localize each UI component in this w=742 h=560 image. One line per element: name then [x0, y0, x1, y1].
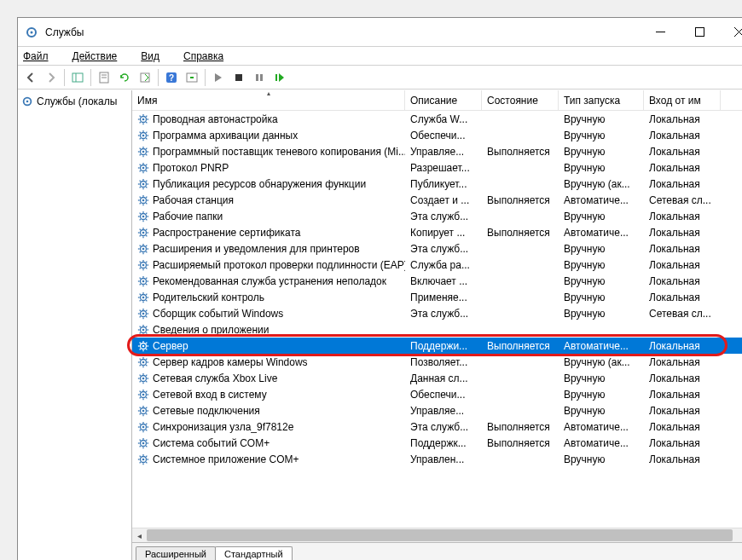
- cell-state: Выполняется: [482, 194, 559, 206]
- svg-line-179: [146, 358, 147, 359]
- maximize-button[interactable]: [680, 18, 719, 47]
- svg-rect-16: [256, 74, 258, 81]
- header-state[interactable]: Состояние: [482, 90, 559, 110]
- table-row[interactable]: Рекомендованная служба устранения непола…: [132, 273, 742, 289]
- tree-root-label: Службы (локалы: [37, 95, 117, 107]
- svg-point-240: [142, 458, 145, 460]
- cell-logon: Локальная: [644, 421, 721, 433]
- gear-icon: [137, 194, 149, 206]
- svg-line-219: [146, 423, 147, 424]
- show-hide-button[interactable]: [68, 68, 87, 87]
- properties-button[interactable]: [95, 68, 113, 87]
- titlebar[interactable]: Службы: [18, 18, 742, 47]
- refresh-button[interactable]: [115, 68, 134, 87]
- menu-help[interactable]: Справка: [183, 50, 235, 62]
- minimize-button[interactable]: [641, 18, 680, 47]
- cell-logon: Локальная: [644, 340, 721, 352]
- header-logon[interactable]: Вход от им: [644, 90, 721, 110]
- menu-view[interactable]: Вид: [141, 50, 171, 62]
- cell-name: Распространение сертификата: [132, 227, 405, 239]
- svg-line-236: [140, 455, 141, 456]
- svg-line-87: [146, 219, 147, 220]
- svg-line-186: [140, 374, 141, 375]
- cell-startup: Вручную (ак...: [559, 178, 644, 190]
- tab-standard[interactable]: Стандартный: [215, 546, 293, 560]
- svg-point-80: [142, 199, 145, 201]
- table-row[interactable]: Распространение сертификатаКопирует ...В…: [132, 224, 742, 240]
- table-row[interactable]: Расширения и уведомления для принтеровЭт…: [132, 240, 742, 257]
- horizontal-scrollbar[interactable]: ◂ ▸: [132, 528, 742, 542]
- scroll-left-icon[interactable]: ◂: [132, 531, 147, 540]
- header-description[interactable]: Описание: [405, 90, 482, 110]
- pause-button[interactable]: [250, 68, 269, 87]
- gear-icon: [137, 259, 149, 271]
- back-button[interactable]: [21, 68, 40, 87]
- cell-startup: Вручную: [559, 372, 644, 384]
- table-row[interactable]: Родительский контрольПрименяе...ВручнуюЛ…: [132, 289, 742, 305]
- table-row[interactable]: Протокол PNRPРазрешает...ВручнуюЛокальна…: [132, 159, 742, 176]
- cell-name: Публикация ресурсов обнаружения функции: [132, 178, 405, 190]
- table-row[interactable]: Программа архивации данныхОбеспечи...Вру…: [132, 127, 742, 143]
- svg-rect-17: [260, 74, 263, 81]
- table-row[interactable]: СерверПоддержи...ВыполняетсяАвтоматиче..…: [132, 338, 742, 354]
- gear-icon: [137, 340, 149, 352]
- stop-button[interactable]: [229, 68, 248, 87]
- svg-text:?: ?: [169, 73, 174, 83]
- table-row[interactable]: Сведения о приложении: [132, 321, 742, 338]
- tab-extended[interactable]: Расширенный: [136, 546, 216, 560]
- restart-button[interactable]: [270, 68, 289, 87]
- help-button[interactable]: ?: [162, 68, 181, 87]
- table-row[interactable]: Сборщик событий WindowsЭта служб...Вручн…: [132, 305, 742, 321]
- h-scroll-thumb[interactable]: [147, 529, 733, 541]
- export-button[interactable]: [136, 68, 154, 87]
- services-list[interactable]: Проводная автонастройкаСлужба W...Вручну…: [132, 111, 742, 528]
- forward-button[interactable]: [42, 68, 61, 87]
- header-startup[interactable]: Тип запуска: [559, 90, 644, 110]
- svg-line-27: [146, 122, 147, 123]
- gear-icon: [137, 113, 149, 125]
- cell-logon: Локальная: [644, 146, 721, 158]
- svg-line-228: [140, 446, 141, 447]
- table-row[interactable]: Сетевой вход в системуОбеспечи...Вручную…: [132, 386, 742, 402]
- table-row[interactable]: Программный поставщик теневого копирован…: [132, 143, 742, 159]
- action-list-button[interactable]: [183, 68, 201, 87]
- table-row[interactable]: Рабочая станцияСоздает и ...ВыполняетсяА…: [132, 192, 742, 208]
- svg-point-220: [142, 425, 145, 428]
- menu-file[interactable]: Файл: [23, 50, 61, 62]
- cell-logon: Локальная: [644, 227, 721, 239]
- table-row[interactable]: Сетевые подключенияУправляе...ВручнуюЛок…: [132, 402, 742, 419]
- close-button[interactable]: [719, 18, 742, 47]
- table-row[interactable]: Рабочие папкиЭта служб...ВручнуюЛокальна…: [132, 208, 742, 224]
- svg-line-89: [146, 212, 147, 213]
- table-row[interactable]: Система событий COM+Поддержк...Выполняет…: [132, 435, 742, 451]
- table-row[interactable]: Сервер кадров камеры WindowsПозволяет...…: [132, 354, 742, 370]
- svg-line-126: [140, 277, 141, 278]
- cell-logon: Локальная: [644, 437, 721, 449]
- table-row[interactable]: Системное приложение COM+Управлен...Вруч…: [132, 451, 742, 467]
- svg-line-116: [140, 261, 141, 262]
- gear-icon: [137, 178, 149, 190]
- cell-name: Сервер: [132, 340, 405, 352]
- svg-line-59: [146, 164, 147, 165]
- cell-startup: Автоматиче...: [559, 227, 644, 239]
- tree-pane[interactable]: Службы (локалы: [18, 90, 132, 560]
- gear-icon: [137, 211, 149, 222]
- svg-point-50: [142, 150, 145, 153]
- tree-root-services[interactable]: Службы (локалы: [20, 94, 130, 109]
- table-row[interactable]: Синхронизация узла_9f7812eЭта служб...Вы…: [132, 419, 742, 435]
- table-row[interactable]: Публикация ресурсов обнаружения функцииП…: [132, 176, 742, 192]
- svg-line-77: [146, 203, 147, 204]
- cell-logon: Локальная: [644, 275, 721, 287]
- table-row[interactable]: Расширяемый протокол проверки подлинност…: [132, 257, 742, 273]
- menu-action[interactable]: Действие: [72, 50, 130, 62]
- svg-line-148: [140, 316, 141, 317]
- table-row[interactable]: Проводная автонастройкаСлужба W...Вручну…: [132, 111, 742, 127]
- svg-line-199: [146, 390, 147, 391]
- table-row[interactable]: Сетевая служба Xbox LiveДанная сл...Вруч…: [132, 370, 742, 386]
- cell-startup: Автоматиче...: [559, 194, 644, 206]
- cell-name: Родительский контроль: [132, 292, 405, 303]
- start-button[interactable]: [209, 68, 228, 87]
- svg-point-160: [142, 328, 145, 331]
- svg-point-130: [142, 280, 145, 282]
- header-name[interactable]: Имя▴: [132, 90, 405, 110]
